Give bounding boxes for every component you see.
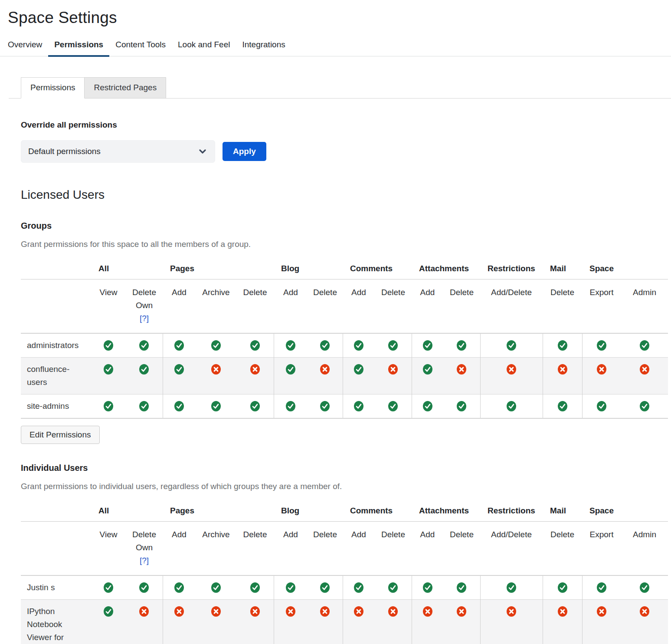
perm-cell-all-delete-own [126,600,163,644]
permission-allowed-icon [423,364,432,375]
column-header-comments-add: Add [343,522,375,576]
tab-content-tools[interactable]: Content Tools [109,40,172,56]
subtab-permissions[interactable]: Permissions [21,77,85,99]
column-group-blog: Blog [274,260,343,279]
perm-cell-blog-delete [308,600,343,644]
permission-allowed-icon [286,364,295,375]
groups-description: Grant permissions for this space to all … [21,240,668,249]
perm-cell-attachments-add [412,358,443,394]
permission-allowed-icon [174,401,184,411]
perm-cell-comments-add [343,333,375,358]
tab-integrations[interactable]: Integrations [236,40,291,56]
permission-allowed-icon [211,401,221,411]
permission-allowed-icon [423,582,432,593]
perm-cell-attachments-add [412,333,443,358]
permission-allowed-icon [457,582,466,593]
perm-cell-blog-delete [308,575,343,600]
perm-cell-attachments-delete [443,394,480,419]
permission-denied-icon [388,606,398,617]
column-header-space-export: Export [582,522,621,576]
perm-cell-restrictions-add-delete [480,575,543,600]
perm-cell-pages-archive [196,333,236,358]
perm-cell-all-view [91,394,126,419]
column-header-attachments-delete: Delete [443,279,480,334]
column-subheader-row: ViewDelete Own[?]AddArchiveDeleteAddDele… [21,522,668,576]
column-header-all-delete-own: Delete Own[?] [126,279,163,334]
perm-cell-space-admin [621,575,668,600]
permission-denied-icon [423,606,432,617]
column-group-comments: Comments [343,503,412,522]
perm-cell-pages-add [163,394,196,419]
perm-cell-space-admin [621,394,668,419]
column-header-space-admin: Admin [621,522,668,576]
perm-cell-all-delete-own [126,333,163,358]
permission-allowed-icon [250,401,260,411]
column-header-space-export: Export [582,279,621,334]
tab-look-and-feel[interactable]: Look and Feel [172,40,236,56]
permission-denied-icon [640,364,649,375]
column-header-pages-delete: Delete [236,522,274,576]
permission-denied-icon [211,364,221,375]
column-header-blog-delete: Delete [308,522,343,576]
permission-denied-icon [174,606,184,617]
column-header-comments-delete: Delete [375,522,412,576]
column-subheader-row: ViewDelete Own[?]AddArchiveDeleteAddDele… [21,279,668,334]
perm-cell-all-delete-own [126,358,163,394]
individual-users-description: Grant permissions to individual users, r… [21,482,668,491]
column-header-pages-archive: Archive [196,522,236,576]
permission-allowed-icon [558,340,567,351]
perm-cell-space-export [582,358,621,394]
perm-cell-attachments-delete [443,600,480,644]
perm-cell-space-admin [621,600,668,644]
perm-cell-comments-delete [375,333,412,358]
perm-cell-comments-delete [375,600,412,644]
perm-cell-pages-delete [236,333,274,358]
permission-allowed-icon [286,582,295,593]
permission-allowed-icon [388,582,398,593]
delete-own-help-link[interactable]: [?] [126,312,163,325]
perm-cell-mail-delete [543,600,582,644]
permission-denied-icon [558,606,567,617]
row-label: Justin s [21,575,91,600]
perm-cell-attachments-delete [443,358,480,394]
edit-permissions-button[interactable]: Edit Permissions [21,426,100,444]
row-label: IPython Notebook Viewer for Confluence [21,600,91,644]
permission-denied-icon [211,606,221,617]
perm-cell-attachments-delete [443,333,480,358]
permission-row: confluence-users [21,358,668,394]
perm-cell-space-export [582,600,621,644]
column-group-attachments: Attachments [412,260,480,279]
row-label: administrators [21,333,91,358]
perm-cell-comments-add [343,600,375,644]
permission-denied-icon [597,606,606,617]
permission-denied-icon [320,364,330,375]
perm-cell-attachments-add [412,394,443,419]
apply-button[interactable]: Apply [223,142,266,161]
column-header-all-delete-own: Delete Own[?] [126,522,163,576]
subtab-restricted-pages[interactable]: Restricted Pages [85,77,166,99]
permissions-content: Override all permissions Default permiss… [21,120,668,644]
perm-cell-all-view [91,575,126,600]
perm-cell-pages-archive [196,600,236,644]
perm-cell-pages-delete [236,575,274,600]
perm-cell-restrictions-add-delete [480,333,543,358]
tab-overview[interactable]: Overview [8,40,48,56]
column-header-mail-delete: Delete [543,279,582,334]
delete-own-help-link[interactable]: [?] [126,554,163,567]
permission-allowed-icon [211,340,221,351]
column-header-attachments-add: Add [412,522,443,576]
column-header-pages-add: Add [163,279,196,334]
perm-cell-all-view [91,600,126,644]
groups-permissions-table: AllPagesBlogCommentsAttachmentsRestricti… [21,260,668,419]
permission-allowed-icon [457,340,466,351]
permission-allowed-icon [558,401,567,411]
column-group-all: All [91,260,163,279]
column-header-blog-add: Add [274,279,308,334]
permission-denied-icon [597,364,606,375]
perm-cell-comments-add [343,358,375,394]
permission-allowed-icon [104,401,113,411]
permission-allowed-icon [139,582,149,593]
individual-permissions-table: AllPagesBlogCommentsAttachmentsRestricti… [21,503,668,644]
tab-permissions[interactable]: Permissions [48,40,109,56]
permissions-dropdown[interactable]: Default permissions [21,140,215,163]
